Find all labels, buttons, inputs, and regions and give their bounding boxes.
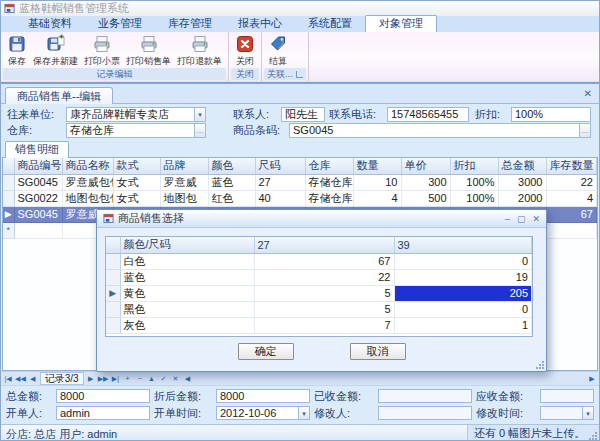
dialog-launcher-icon[interactable] xyxy=(296,71,303,78)
cell[interactable]: 5 xyxy=(254,301,394,317)
last-record-icon[interactable]: ▶| xyxy=(110,373,120,385)
print-receipt-button[interactable]: 打印小票 xyxy=(81,34,123,68)
cell[interactable]: 罗意威包包 xyxy=(62,174,113,190)
column-header[interactable]: 库存数量 xyxy=(546,158,597,174)
cell[interactable]: 67 xyxy=(546,206,597,222)
document-tab[interactable]: 商品销售单--编辑 xyxy=(5,87,113,104)
cell[interactable]: 4 xyxy=(353,190,401,206)
ribbon-tab-对象管理[interactable]: 对象管理 xyxy=(365,15,437,32)
column-header[interactable]: 颜色/尺码 xyxy=(120,237,254,253)
ribbon-tab-系统配置[interactable]: 系统配置 xyxy=(295,16,365,32)
ribbon-tab-报表中心[interactable]: 报表中心 xyxy=(225,16,295,32)
cell[interactable]: SG0022 xyxy=(14,190,62,206)
ellipsis-icon[interactable]: … xyxy=(194,124,205,137)
dialog-table-row[interactable]: 蓝色2219 xyxy=(106,269,532,285)
cell[interactable]: 黑色 xyxy=(120,301,254,317)
append-record-icon[interactable]: + xyxy=(122,373,132,385)
ribbon-tab-基础资料[interactable]: 基础资料 xyxy=(15,16,85,32)
cell[interactable]: 7 xyxy=(254,317,394,333)
chevron-down-icon[interactable]: ▾ xyxy=(298,407,309,419)
cell[interactable]: 存储仓库 xyxy=(305,174,353,190)
cell[interactable]: 4 xyxy=(546,190,597,206)
cell[interactable]: 红色 xyxy=(208,190,255,206)
cell[interactable]: 存储仓库 xyxy=(305,190,353,206)
cell[interactable]: SG0045 xyxy=(14,206,62,222)
footer-field[interactable]: admin xyxy=(56,406,150,420)
phone-input[interactable]: 15748565455 xyxy=(387,107,469,122)
cell[interactable]: SG0045 xyxy=(14,174,62,190)
end-edit-icon[interactable]: ✓ xyxy=(158,373,168,385)
cell[interactable]: 蓝色 xyxy=(208,174,255,190)
column-header[interactable]: 商品编号 xyxy=(14,158,62,174)
footer-field[interactable] xyxy=(378,406,472,420)
cell[interactable]: 3000 xyxy=(498,174,546,190)
cell[interactable]: 1 xyxy=(394,317,532,333)
next-page-icon[interactable]: ▶▶ xyxy=(98,373,109,385)
cell[interactable]: 40 xyxy=(255,190,305,206)
cancel-button[interactable]: 取消 xyxy=(350,343,406,360)
column-header[interactable]: 折扣 xyxy=(450,158,498,174)
cell[interactable]: 白色 xyxy=(120,253,254,269)
footer-field[interactable]: ▾ xyxy=(540,406,594,420)
save-button[interactable]: 保存 xyxy=(4,34,30,68)
cell[interactable] xyxy=(14,222,62,238)
prev-page-icon[interactable]: ◀◀ xyxy=(15,373,26,385)
column-header[interactable]: 单价 xyxy=(401,158,450,174)
close-icon[interactable]: ✕ xyxy=(532,214,540,224)
collapse-icon[interactable]: ◀ xyxy=(182,373,192,385)
edit-record-icon[interactable]: ▲ xyxy=(146,373,156,385)
cell[interactable]: 0 xyxy=(394,253,532,269)
ellipsis-icon[interactable]: … xyxy=(579,124,590,137)
dialog-table-row[interactable]: ▶黄色5205 xyxy=(106,285,532,301)
chevron-down-icon[interactable]: ▾ xyxy=(194,108,205,121)
dialog-table-row[interactable]: 灰色71 xyxy=(106,317,532,333)
cell[interactable]: 22 xyxy=(546,174,597,190)
footer-field[interactable]: 2012-10-06▾ xyxy=(216,406,310,420)
dialog-resize-grip[interactable] xyxy=(536,361,544,369)
cell[interactable]: 10 xyxy=(353,174,401,190)
close-button[interactable]: 关闭 xyxy=(232,34,258,68)
delete-record-icon[interactable]: − xyxy=(134,373,144,385)
scroll-right-icon[interactable]: ▶ xyxy=(587,373,597,385)
column-header[interactable]: 27 xyxy=(254,237,394,253)
dialog-table-row[interactable]: 白色670 xyxy=(106,253,532,269)
footer-field[interactable] xyxy=(378,389,472,403)
cell[interactable]: 2000 xyxy=(498,190,546,206)
cell[interactable]: 67 xyxy=(254,253,394,269)
cell[interactable]: 100% xyxy=(450,190,498,206)
cell[interactable]: 5 xyxy=(254,285,394,301)
cell[interactable]: 地图包包包 xyxy=(62,190,113,206)
cell[interactable]: 19 xyxy=(394,269,532,285)
column-header[interactable]: 39 xyxy=(394,237,532,253)
dialog-table-row[interactable]: 黑色50 xyxy=(106,301,532,317)
cell[interactable]: 蓝色 xyxy=(120,269,254,285)
column-header[interactable]: 总金额 xyxy=(498,158,546,174)
save-and-new-button[interactable]: 保存并新建 xyxy=(30,34,81,68)
cell[interactable]: 地图包 xyxy=(160,190,208,206)
ribbon-tab-业务管理[interactable]: 业务管理 xyxy=(85,16,155,32)
table-row[interactable]: SG0022地图包包包女式地图包红色40存储仓库4500100%20004 xyxy=(3,190,597,206)
resize-grip[interactable] xyxy=(589,432,597,440)
column-header[interactable]: 仓库 xyxy=(305,158,353,174)
cell[interactable]: 205 xyxy=(394,285,532,301)
column-header[interactable]: 商品名称 xyxy=(62,158,113,174)
cell[interactable]: 0 xyxy=(394,301,532,317)
minimize-icon[interactable]: – xyxy=(505,214,510,224)
warehouse-picker[interactable]: 存储仓库… xyxy=(66,123,206,138)
footer-field[interactable]: 8000 xyxy=(216,389,310,403)
first-record-icon[interactable]: |◀ xyxy=(3,373,13,385)
cancel-edit-icon[interactable]: ✕ xyxy=(170,373,180,385)
column-header[interactable]: 品牌 xyxy=(160,158,208,174)
prev-record-icon[interactable]: ◀ xyxy=(28,373,38,385)
column-header[interactable]: 颜色 xyxy=(208,158,255,174)
column-header[interactable]: 数量 xyxy=(353,158,401,174)
barcode-input[interactable]: SG0045… xyxy=(289,123,591,138)
ribbon-tab-库存管理[interactable]: 库存管理 xyxy=(155,16,225,32)
cell[interactable]: 黄色 xyxy=(120,285,254,301)
cell[interactable]: 罗意威 xyxy=(160,174,208,190)
column-header[interactable]: 款式 xyxy=(113,158,160,174)
footer-field[interactable]: 8000 xyxy=(56,389,150,403)
cell[interactable]: 女式 xyxy=(113,190,160,206)
table-row[interactable]: SG0045罗意威包包女式罗意威蓝色27存储仓库10300100%300022 xyxy=(3,174,597,190)
cell[interactable]: 22 xyxy=(254,269,394,285)
